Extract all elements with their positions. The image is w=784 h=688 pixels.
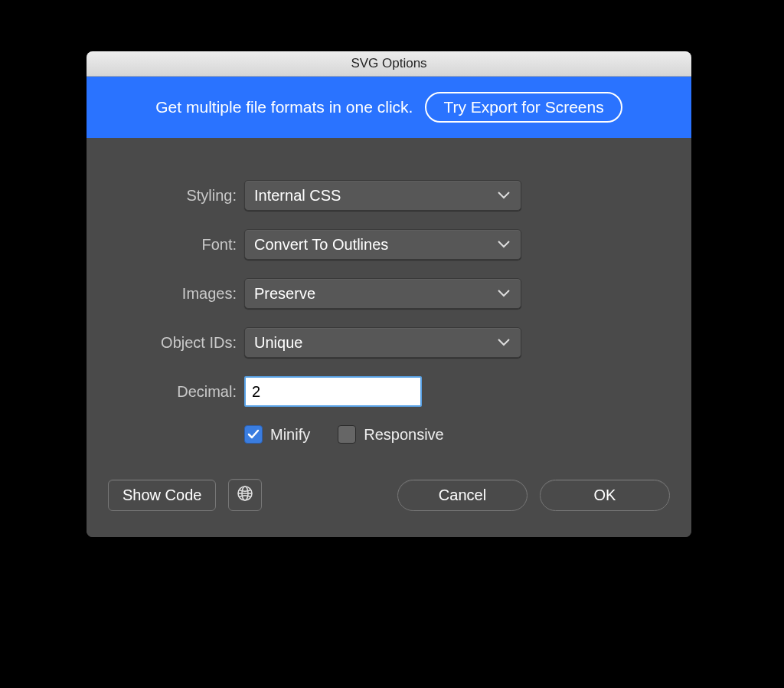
checkbox-checked-icon — [244, 425, 263, 444]
minify-label: Minify — [270, 426, 310, 444]
ok-button[interactable]: OK — [540, 480, 670, 511]
titlebar[interactable]: SVG Options — [87, 51, 691, 77]
object-ids-value: Unique — [254, 334, 302, 352]
minify-checkbox[interactable]: Minify — [244, 425, 310, 444]
checkbox-unchecked-icon — [338, 425, 356, 444]
chevron-down-icon — [498, 339, 510, 346]
decimal-input[interactable] — [244, 376, 422, 407]
dialog-footer: Show Code Cancel OK — [108, 479, 670, 511]
object-ids-dropdown[interactable]: Unique — [244, 327, 521, 358]
font-dropdown[interactable]: Convert To Outlines — [244, 229, 521, 260]
globe-icon — [237, 485, 253, 506]
responsive-label: Responsive — [364, 426, 444, 444]
font-label: Font: — [108, 236, 244, 254]
styling-dropdown[interactable]: Internal CSS — [244, 180, 521, 211]
font-value: Convert To Outlines — [254, 236, 388, 254]
responsive-checkbox[interactable]: Responsive — [338, 425, 444, 444]
images-label: Images: — [108, 285, 244, 303]
promo-banner-text: Get multiple file formats in one click. — [155, 98, 413, 116]
svg-options-dialog: SVG Options Get multiple file formats in… — [87, 51, 691, 537]
styling-value: Internal CSS — [254, 187, 341, 205]
decimal-label: Decimal: — [108, 383, 244, 401]
promo-banner: Get multiple file formats in one click. … — [87, 77, 691, 138]
images-value: Preserve — [254, 285, 315, 303]
images-dropdown[interactable]: Preserve — [244, 278, 521, 309]
chevron-down-icon — [498, 241, 510, 248]
show-code-button[interactable]: Show Code — [108, 480, 216, 511]
object-ids-label: Object IDs: — [108, 334, 244, 352]
chevron-down-icon — [498, 192, 510, 199]
styling-label: Styling: — [108, 187, 244, 205]
dialog-body: Styling: Internal CSS Font: Convert To O… — [87, 138, 691, 537]
cancel-button[interactable]: Cancel — [397, 480, 528, 511]
chevron-down-icon — [498, 290, 510, 297]
window-title: SVG Options — [351, 56, 426, 71]
web-preview-button[interactable] — [228, 479, 262, 511]
try-export-for-screens-button[interactable]: Try Export for Screens — [425, 92, 622, 123]
